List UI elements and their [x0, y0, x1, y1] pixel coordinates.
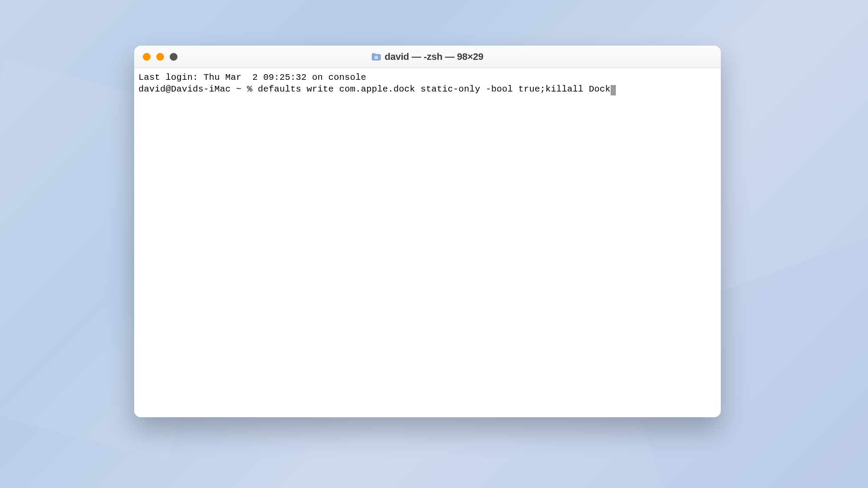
terminal-window: david — -zsh — 98×29 Last login: Thu Mar… — [134, 46, 721, 417]
folder-icon — [372, 53, 381, 61]
svg-rect-1 — [376, 56, 377, 57]
cursor — [611, 85, 616, 95]
titlebar[interactable]: david — -zsh — 98×29 — [134, 46, 721, 68]
prompt-line: david@Davids-iMac ~ % defaults write com… — [138, 84, 616, 94]
command-input[interactable]: defaults write com.apple.dock static-onl… — [258, 84, 611, 94]
window-title: david — -zsh — 98×29 — [385, 51, 483, 62]
terminal-body[interactable]: Last login: Thu Mar 2 09:25:32 on consol… — [134, 68, 721, 417]
close-button[interactable] — [143, 53, 151, 61]
svg-rect-0 — [375, 56, 378, 59]
maximize-button[interactable] — [170, 53, 178, 61]
prompt: david@Davids-iMac ~ % — [138, 84, 258, 94]
traffic-lights — [134, 53, 178, 61]
minimize-button[interactable] — [156, 53, 164, 61]
last-login-line: Last login: Thu Mar 2 09:25:32 on consol… — [138, 72, 366, 82]
title-center: david — -zsh — 98×29 — [134, 51, 721, 62]
